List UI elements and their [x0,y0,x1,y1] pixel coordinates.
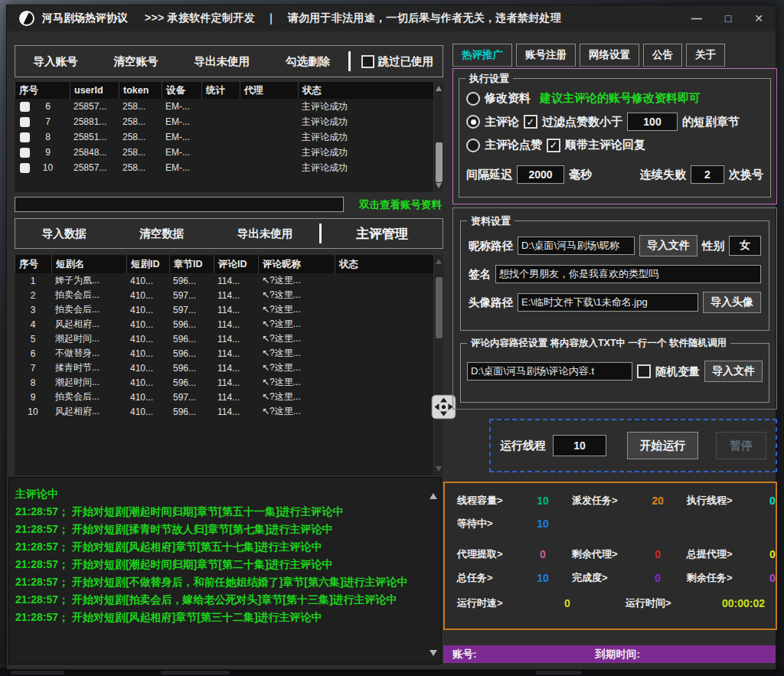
account-table-header-cell: 状态 [298,82,433,99]
filter-likes-input[interactable] [627,113,678,131]
random-variable-label: 随机变量 [655,364,700,379]
interval-unit: 毫秒 [569,168,592,182]
titlebar: 河马剧场热评协议 >>> 承接软件定制开发 ｜ 请勿用于非法用途，一切后果与作者… [7,5,776,31]
tab[interactable]: 账号注册 [516,44,576,67]
avatar-path-input[interactable] [518,293,698,312]
exec-settings-group: 执行设置 修改资料 建议主评论的账号修改资料即可 主评论 ✓ 过滤点赞数小于 的… [459,78,771,198]
tab[interactable]: 公告 [643,44,682,67]
scroll-down-icon[interactable] [436,466,442,472]
modify-profile-hint: 建议主评论的账号修改资料即可 [540,91,701,106]
row-checkbox[interactable] [20,132,30,142]
gender-label: 性别 [702,239,724,253]
close-button[interactable]: ✕ [754,13,763,24]
table-row[interactable]: 9 25848... 258... EM-... 主评论成功 [15,145,433,160]
table-row[interactable]: 7 25881... 258... EM-... 主评论成功 [15,114,433,129]
tab[interactable]: 网络设置 [580,44,639,67]
table-row[interactable]: 8 潮起时间... 410... 596... 114... ↖?这里... [15,375,433,390]
scroll-down-icon[interactable] [436,183,442,188]
filter-likes-checkbox[interactable]: ✓ [524,115,537,129]
drama-table-body: 1 婢子为凰... 410... 596... 114... ↖?这里... 2… [15,273,443,419]
thread-count-label: 运行线程 [500,439,546,453]
signature-input[interactable] [495,265,761,283]
start-run-button[interactable]: 开始运行 [627,432,698,459]
account-toolbar-button[interactable]: 导入账号 [34,54,78,69]
comment-like-radio[interactable] [466,139,480,152]
skip-used-checkbox[interactable] [361,55,374,68]
table-row[interactable]: 9 拍卖会后... 410... 597... 114... ↖?这里... [15,390,433,404]
pause-button[interactable]: 暂停 [716,432,766,459]
exec-settings-panel: 执行设置 修改资料 建议主评论的账号修改资料即可 主评论 ✓ 过滤点赞数小于 的… [452,68,777,204]
row-checkbox[interactable] [20,148,30,158]
thread-count-input[interactable] [553,435,606,456]
scroll-up-icon[interactable] [430,493,437,499]
account-progress-row: 双击查看账号资料 [15,197,443,212]
log-scrollbar[interactable] [428,481,439,661]
account-toolbar-button[interactable]: 清空账号 [114,54,158,69]
fail-suffix: 次换号 [729,168,763,182]
window-title: 河马剧场热评协议 [42,11,128,25]
import-comment-file-button[interactable]: 导入文件 [704,361,763,382]
modify-profile-radio[interactable] [466,92,480,106]
drama-toolbar-button[interactable]: 导入数据 [42,227,87,241]
scroll-down-icon[interactable] [430,650,437,656]
minimize-button[interactable]: — [691,13,702,24]
drama-toolbar-button[interactable]: 清空数据 [139,227,184,241]
nickname-path-input[interactable] [518,237,635,255]
right-tabs: 热评推广账号注册网络设置公告关于 [452,44,725,67]
table-row[interactable]: 2 拍卖会后... 410... 597... 114... ↖?这里... [15,288,433,302]
avatar-path-label: 头像路径 [469,296,513,310]
table-row[interactable]: 6 25857... 258... EM-... 主评论成功 [15,99,433,114]
tab[interactable]: 热评推广 [452,44,512,67]
gender-select[interactable]: 女 [729,236,761,256]
stat-item: 总提代理>0 [687,547,784,561]
license-bar: 账号: 到期时间: [443,645,776,663]
skip-used-option[interactable]: 跳过已使用 [351,54,443,69]
comment-settings-group: 评论内容路径设置 将内容放入TXT中 一行一个 软件随机调用 随机变量 导入文件 [460,343,769,403]
table-row[interactable]: 1 婢子为凰... 410... 596... 114... ↖?这里... [15,273,433,288]
double-click-hint: 双击查看账号资料 [359,198,442,212]
table-row[interactable]: 5 潮起时间... 410... 596... 114... ↖?这里... [15,331,433,346]
drama-table-scrollbar[interactable] [433,255,443,475]
account-table-scrollbar[interactable] [433,82,443,192]
scroll-up-icon[interactable] [436,259,442,264]
table-row[interactable]: 3 拍卖会后... 410... 597... 114... ↖?这里... [15,302,433,317]
random-variable-checkbox[interactable] [637,364,651,378]
account-toolbar-button[interactable]: 勾选删除 [286,54,330,69]
table-row[interactable]: 10 25857... 258... EM-... 主评论成功 [15,160,433,175]
row-checkbox[interactable] [20,163,30,173]
table-row[interactable]: 8 25851... 258... EM-... 主评论成功 [15,129,433,145]
scrollbar-thumb[interactable] [436,142,443,182]
filter-likes-label: 过滤点赞数小于 [542,115,622,129]
main-comment-radio[interactable] [466,115,480,129]
account-table-header-cell: 设备 [162,82,201,99]
import-avatar-button[interactable]: 导入头像 [703,292,761,313]
log-panel: 主评论中21:28:57； 开始对短剧[潮起时间归期]章节[第五十一集]进行主评… [8,477,442,665]
account-toolbar-buttons: 导入账号清空账号导出未使用勾选删除 [15,46,348,77]
import-nickname-file-button[interactable]: 导入文件 [639,235,697,256]
row-checkbox[interactable] [20,117,30,127]
scroll-up-icon[interactable] [436,86,442,91]
table-row[interactable]: 4 风起相府... 410... 596... 114... ↖?这里... [15,317,433,331]
account-table-header-cell: token [119,82,162,99]
account-table-header-cell: userId [70,82,119,99]
table-row[interactable]: 6 不做替身... 410... 596... 114... ↖?这里... [15,346,433,361]
account-toolbar-button[interactable]: 导出未使用 [194,54,250,69]
comment-content-path-input[interactable] [467,362,632,380]
drama-table-header-cell: 状态 [335,255,433,273]
row-checkbox[interactable] [20,102,30,112]
tab[interactable]: 关于 [686,44,725,67]
log-line: 21:28:57； 开始对短剧[风起相府]章节[第三十二集]进行主评论中 [15,609,421,626]
fail-count-input[interactable] [691,165,724,184]
drama-table-header-cell: 章节ID [169,255,214,273]
maximize-button[interactable]: □ [725,13,731,24]
desktop-fragment [536,671,582,674]
scrollbar-thumb[interactable] [436,277,443,339]
table-row[interactable]: 10 风起相府... 410... 596... 114... ↖?这里... [15,404,433,419]
interval-input[interactable] [517,165,564,184]
stat-item: 完成度>0 [572,571,687,585]
stat-item: 总任务>10 [457,571,572,585]
account-table-header-cell: 序号 [15,82,70,99]
reply-checkbox[interactable]: ✓ [547,139,560,152]
table-row[interactable]: 7 揉青时节... 410... 596... 114... ↖?这里... [15,361,433,375]
drama-toolbar-button[interactable]: 导出未使用 [237,227,293,241]
